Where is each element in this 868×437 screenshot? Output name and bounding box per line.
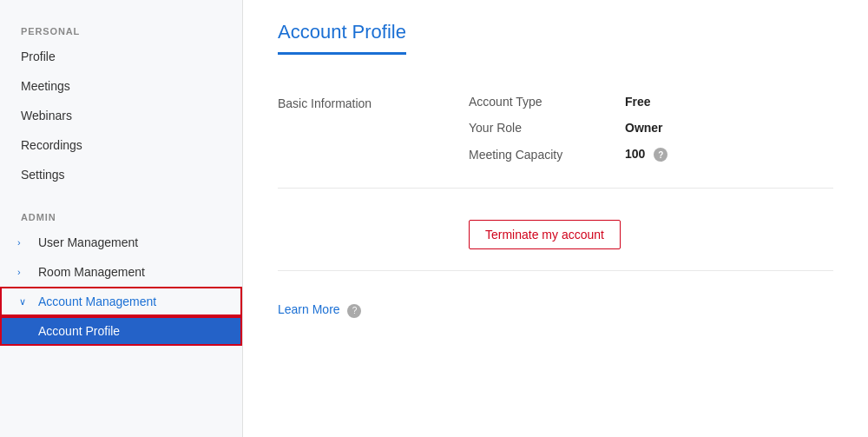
- terminate-offset: [278, 220, 469, 249]
- account-type-value: Free: [625, 95, 651, 109]
- account-profile-label: Account Profile: [38, 324, 120, 338]
- webinars-label: Webinars: [21, 109, 72, 122]
- meetings-label: Meetings: [21, 79, 70, 93]
- learn-more-link[interactable]: Learn More ?: [278, 302, 361, 316]
- account-management-label: Account Management: [38, 295, 156, 308]
- sidebar-item-account-profile[interactable]: Account Profile: [0, 316, 242, 346]
- meeting-capacity-key: Meeting Capacity: [469, 148, 625, 162]
- room-management-label: Room Management: [38, 265, 145, 279]
- main-content: Account Profile Basic Information Accoun…: [243, 0, 868, 437]
- chevron-right-icon: ›: [17, 267, 21, 277]
- recordings-label: Recordings: [21, 138, 82, 152]
- sidebar-item-user-management[interactable]: › User Management: [0, 228, 242, 257]
- settings-label: Settings: [21, 168, 65, 182]
- learn-more-section: Learn More ?: [278, 288, 833, 331]
- user-management-label: User Management: [38, 235, 138, 249]
- admin-section-label: ADMIN: [0, 203, 242, 228]
- sidebar-item-meetings[interactable]: Meetings: [0, 71, 242, 101]
- terminate-account-button[interactable]: Terminate my account: [469, 220, 621, 249]
- personal-section-label: PERSONAL: [0, 17, 242, 42]
- section-label: Basic Information: [278, 95, 469, 174]
- account-type-key: Account Type: [469, 95, 625, 109]
- sidebar-item-room-management[interactable]: › Room Management: [0, 257, 242, 287]
- your-role-value: Owner: [625, 121, 663, 135]
- your-role-key: Your Role: [469, 121, 625, 135]
- sidebar: PERSONAL Profile Meetings Webinars Recor…: [0, 0, 243, 437]
- sidebar-item-account-management[interactable]: ∨ Account Management: [0, 287, 242, 316]
- basic-information-section: Basic Information Account Type Free Your…: [278, 81, 833, 189]
- meeting-capacity-row: Meeting Capacity 100 ?: [469, 147, 833, 162]
- learn-more-help-icon[interactable]: ?: [347, 304, 361, 318]
- meeting-capacity-value: 100 ?: [625, 147, 667, 162]
- profile-label: Profile: [21, 50, 56, 63]
- chevron-right-icon: ›: [17, 237, 21, 248]
- sidebar-item-settings[interactable]: Settings: [0, 160, 242, 189]
- sidebar-item-recordings[interactable]: Recordings: [0, 130, 242, 160]
- your-role-row: Your Role Owner: [469, 121, 833, 135]
- section-fields: Account Type Free Your Role Owner Meetin…: [469, 95, 833, 174]
- account-type-row: Account Type Free: [469, 95, 833, 109]
- sidebar-item-webinars[interactable]: Webinars: [0, 101, 242, 130]
- chevron-down-icon: ∨: [19, 296, 26, 308]
- terminate-section: Terminate my account: [278, 206, 833, 271]
- page-title: Account Profile: [278, 21, 406, 55]
- sidebar-item-profile[interactable]: Profile: [0, 42, 242, 71]
- meeting-capacity-help-icon[interactable]: ?: [654, 148, 667, 162]
